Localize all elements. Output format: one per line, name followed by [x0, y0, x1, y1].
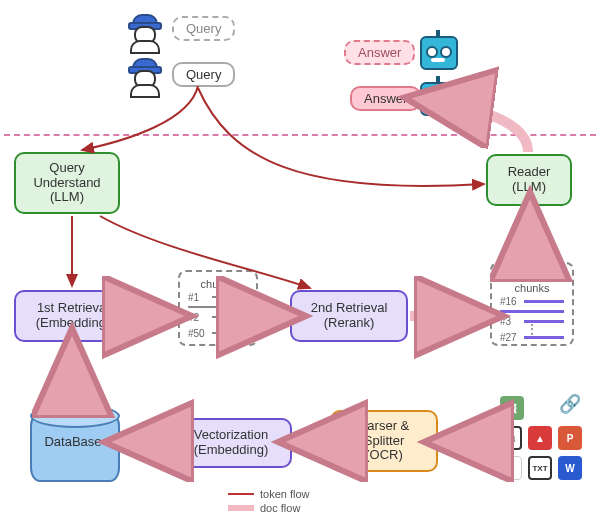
node-reader: Reader (LLM) [486, 154, 572, 206]
answer-pill-solid: Answer [350, 86, 421, 111]
node-label: DataBase [30, 434, 116, 449]
answer-label: Answer [358, 45, 401, 60]
markdown-icon: M↓ [498, 426, 522, 450]
txt-icon: TXT [528, 456, 552, 480]
chunk-id: #50 [188, 328, 208, 339]
chunks-box: chunks #1 #2 ⋮ #50 [178, 270, 258, 346]
legend-token-flow: token flow [228, 488, 310, 500]
user-icon [128, 58, 158, 92]
chunk-id: #1 [188, 292, 208, 303]
node-label: Parser & Splitter (OCR) [359, 419, 410, 464]
node-label: 2nd Retrieval (Rerank) [311, 301, 388, 331]
gmail-icon: M [498, 456, 522, 480]
chunk-id: #27 [500, 332, 520, 343]
robot-icon [420, 82, 458, 116]
node-first-retrieval: 1st Retrieval (Embedding) [14, 290, 132, 342]
node-second-retrieval: 2nd Retrieval (Rerank) [290, 290, 408, 342]
node-label: Reader (LLM) [508, 165, 551, 195]
doc-sources-cluster: 🖼 🔗 M↓ ▲ P M TXT W [498, 396, 588, 486]
query-pill-solid: Query [172, 62, 235, 87]
ppt-icon: P [558, 426, 582, 450]
node-label: Vectorization (Embedding) [194, 428, 268, 458]
chunks-title: chunks [188, 278, 248, 290]
legend-doc-flow: doc flow [228, 502, 300, 514]
reranked-chunks-box: reranked chunks #16 #3 ⋮ #27 [490, 262, 574, 346]
chunk-id: #3 [500, 316, 520, 327]
chunk-id: #2 [188, 312, 208, 323]
query-label: Query [186, 21, 221, 36]
word-icon: W [558, 456, 582, 480]
image-icon: 🖼 [500, 396, 524, 420]
chunk-id: #16 [500, 296, 520, 307]
query-pill-dashed: Query [172, 16, 235, 41]
node-vectorization: Vectorization (Embedding) [170, 418, 292, 468]
pdf-icon: ▲ [528, 426, 552, 450]
node-label: 1st Retrieval (Embedding) [36, 301, 110, 331]
node-database: DataBase [30, 404, 116, 482]
node-parser-splitter: Parser & Splitter (OCR) [330, 410, 438, 472]
node-label: Query Understand (LLM) [33, 161, 100, 206]
section-divider [4, 134, 596, 136]
answer-label: Answer [364, 91, 407, 106]
reranked-title: reranked chunks [500, 270, 564, 294]
query-label: Query [186, 67, 221, 82]
answer-pill-dashed: Answer [344, 40, 415, 65]
robot-icon [420, 36, 458, 70]
user-icon [128, 14, 158, 48]
node-query-understand: Query Understand (LLM) [14, 152, 120, 214]
link-icon: 🔗 [558, 392, 582, 416]
